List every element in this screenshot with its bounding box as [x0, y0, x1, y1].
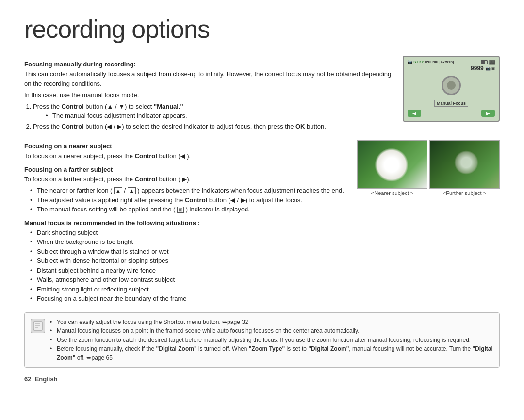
rec-item-1: Dark shooting subject: [30, 228, 352, 238]
farther-caption: <Further subject >: [429, 190, 500, 196]
rec-item-6: Walls, atmosphere and other low-contrast…: [30, 275, 352, 285]
step-2: Press the Control button (◀ / ▶) to sele…: [33, 122, 393, 131]
rec-item-5: Distant subject behind a nearby wire fen…: [30, 266, 352, 275]
note-2: Manual focusing focuses on a point in th…: [50, 326, 493, 336]
rec-item-2: When the background is too bright: [30, 237, 352, 247]
flower-captions: <Nearer subject > <Further subject >: [357, 190, 500, 196]
flower-images: <Nearer subject > <Further subject >: [357, 140, 500, 307]
page-title: recording options: [24, 15, 500, 47]
note-1: You can easily adjust the focus using th…: [50, 318, 493, 327]
middle-text: Focusing on a nearer subject To focus on…: [24, 138, 352, 307]
rec-item-8: Focusing on a subject near the boundary …: [30, 294, 352, 304]
nearer-heading: Focusing on a nearer subject: [24, 143, 352, 150]
step1-sub-list: The manual focus adjustment indicator ap…: [46, 111, 393, 121]
farther-bullets: The nearer or farther icon ( ▲ / ▲ ) app…: [30, 186, 352, 214]
rec-item-3: Subject through a window that is stained…: [30, 247, 352, 257]
farther-body: To focus on a farther subject, press the…: [24, 175, 352, 184]
note-3: Use the zoom function to catch the desir…: [50, 336, 493, 345]
nearer-subject-image: [357, 140, 427, 189]
lcd-counter: 9999: [471, 65, 484, 72]
step-list: Press the Control button (▲ / ▼) to sele…: [33, 102, 393, 131]
farther-bullet-1: The nearer or farther icon ( ▲ / ▲ ) app…: [30, 186, 352, 195]
nearer-caption: <Nearer subject >: [357, 190, 427, 196]
lcd-status: 📷 STBY 0:00:00 [47/51n]: [408, 60, 454, 64]
lcd-near-btn[interactable]: ◀: [408, 110, 421, 117]
nearer-body: To focus on a nearer subject, press the …: [24, 151, 352, 161]
lcd-manual-focus-label: Manual Focus: [434, 100, 468, 107]
lcd-focus-row: ◀ ▶: [408, 110, 495, 117]
note-bullets: You can easily adjust the focus using th…: [50, 318, 493, 363]
focusing-manually-intro2: In this case, use the manual focus mode.: [24, 90, 393, 100]
farther-bullet-2: The adjusted value is applied right afte…: [30, 195, 352, 205]
rec-item-7: Emitting strong light or reflecting subj…: [30, 285, 352, 294]
step1-sub: The manual focus adjustment indicator ap…: [46, 111, 393, 121]
camcorder-display: 📷 STBY 0:00:00 [47/51n] ▓▓ 9999 📷 ⊞: [403, 56, 500, 133]
farther-bullet-3: The manual focus setting will be applied…: [30, 205, 352, 214]
note-icon: [31, 319, 45, 333]
lcd-top-bar: 📷 STBY 0:00:00 [47/51n] ▓▓: [408, 60, 495, 64]
rec-item-4: Subject with dense horizontal or sloping…: [30, 256, 352, 266]
lcd-far-btn[interactable]: ▶: [481, 110, 495, 117]
focusing-manually-heading: Focusing manually during recording:: [24, 61, 393, 68]
recommended-list: Dark shooting subject When the backgroun…: [30, 228, 352, 304]
focusing-manually-intro: This camcorder automatically focuses a s…: [24, 69, 393, 88]
content-area: Focusing manually during recording: This…: [24, 56, 500, 383]
step-1: Press the Control button (▲ / ▼) to sele…: [33, 102, 393, 121]
lcd-icons-right: ▓▓: [481, 60, 495, 64]
middle-section: Focusing on a nearer subject To focus on…: [24, 138, 500, 307]
top-text: Focusing manually during recording: This…: [24, 56, 393, 133]
page-footer: 62_English: [24, 375, 500, 383]
note-box: You can easily adjust the focus using th…: [24, 312, 500, 368]
farther-heading: Focusing on a farther subject: [24, 166, 352, 173]
lcd-screen: 📷 STBY 0:00:00 [47/51n] ▓▓ 9999 📷 ⊞: [403, 56, 500, 122]
top-section: Focusing manually during recording: This…: [24, 56, 500, 133]
recommended-heading: Manual focus is recommended in the follo…: [24, 219, 352, 226]
farther-subject-image: [429, 140, 500, 189]
note-4: Before focusing manually, check if the "…: [50, 344, 493, 362]
flower-row: [357, 140, 500, 189]
lcd-dial: [442, 76, 461, 95]
